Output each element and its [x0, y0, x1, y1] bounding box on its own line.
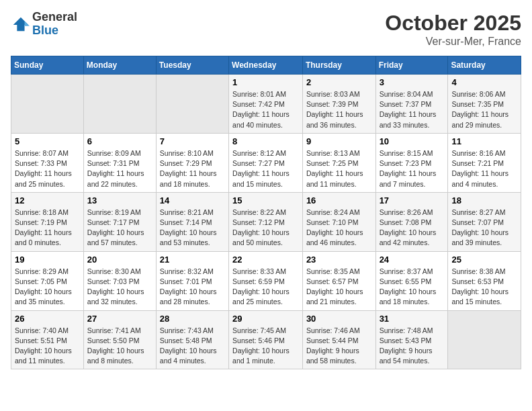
day-number: 27 [87, 314, 152, 324]
day-info: Sunrise: 8:07 AM Sunset: 7:33 PM Dayligh… [15, 148, 80, 189]
day-cell: 15Sunrise: 8:22 AM Sunset: 7:12 PM Dayli… [229, 192, 303, 251]
day-cell: 8Sunrise: 8:12 AM Sunset: 7:27 PM Daylig… [229, 133, 303, 192]
day-number: 4 [451, 77, 517, 87]
day-cell: 9Sunrise: 8:13 AM Sunset: 7:25 PM Daylig… [302, 133, 375, 192]
calendar-body: 1Sunrise: 8:01 AM Sunset: 7:42 PM Daylig… [11, 75, 521, 369]
day-info: Sunrise: 8:21 AM Sunset: 7:14 PM Dayligh… [160, 208, 225, 248]
day-cell: 5Sunrise: 8:07 AM Sunset: 7:33 PM Daylig… [11, 133, 84, 192]
day-number: 15 [232, 195, 299, 205]
day-number: 14 [160, 195, 225, 205]
day-info: Sunrise: 8:04 AM Sunset: 7:37 PM Dayligh… [380, 89, 445, 130]
day-cell: 29Sunrise: 7:45 AM Sunset: 5:46 PM Dayli… [229, 310, 303, 369]
day-number: 26 [15, 314, 80, 324]
month-title: October 2025 [385, 11, 521, 36]
day-info: Sunrise: 8:19 AM Sunset: 7:17 PM Dayligh… [87, 208, 152, 248]
header-cell-thursday: Thursday [302, 56, 375, 75]
day-cell: 13Sunrise: 8:19 AM Sunset: 7:17 PM Dayli… [83, 192, 156, 251]
day-number: 20 [87, 255, 152, 265]
day-cell [156, 75, 228, 134]
day-number: 5 [15, 136, 80, 146]
day-cell: 20Sunrise: 8:30 AM Sunset: 7:03 PM Dayli… [83, 251, 156, 310]
page-header: General Blue October 2025 Ver-sur-Mer, F… [11, 11, 521, 48]
day-info: Sunrise: 8:35 AM Sunset: 6:57 PM Dayligh… [306, 267, 372, 308]
logo-text: General Blue [32, 11, 77, 38]
header-cell-friday: Friday [375, 56, 448, 75]
logo-general: General [32, 11, 77, 24]
day-info: Sunrise: 8:30 AM Sunset: 7:03 PM Dayligh… [87, 267, 152, 308]
day-info: Sunrise: 8:01 AM Sunset: 7:42 PM Dayligh… [232, 89, 299, 130]
day-number: 28 [160, 314, 225, 324]
day-cell: 28Sunrise: 7:43 AM Sunset: 5:48 PM Dayli… [156, 310, 228, 369]
day-info: Sunrise: 8:38 AM Sunset: 6:53 PM Dayligh… [451, 267, 517, 308]
day-number: 3 [380, 77, 445, 87]
day-info: Sunrise: 8:03 AM Sunset: 7:39 PM Dayligh… [306, 89, 372, 130]
day-number: 24 [380, 255, 445, 265]
day-info: Sunrise: 8:37 AM Sunset: 6:55 PM Dayligh… [380, 267, 445, 308]
day-number: 8 [232, 136, 299, 146]
day-cell: 6Sunrise: 8:09 AM Sunset: 7:31 PM Daylig… [83, 133, 156, 192]
day-info: Sunrise: 8:16 AM Sunset: 7:21 PM Dayligh… [451, 148, 517, 189]
day-info: Sunrise: 8:18 AM Sunset: 7:19 PM Dayligh… [15, 208, 80, 248]
day-info: Sunrise: 7:43 AM Sunset: 5:48 PM Dayligh… [160, 326, 225, 367]
day-cell [11, 75, 84, 134]
day-number: 1 [232, 77, 299, 87]
day-number: 18 [451, 195, 517, 205]
header-cell-wednesday: Wednesday [229, 56, 303, 75]
day-cell: 24Sunrise: 8:37 AM Sunset: 6:55 PM Dayli… [375, 251, 448, 310]
title-block: October 2025 Ver-sur-Mer, France [385, 11, 521, 48]
day-info: Sunrise: 7:46 AM Sunset: 5:44 PM Dayligh… [306, 326, 372, 367]
day-info: Sunrise: 8:06 AM Sunset: 7:35 PM Dayligh… [451, 89, 517, 130]
day-cell [83, 75, 156, 134]
day-cell: 4Sunrise: 8:06 AM Sunset: 7:35 PM Daylig… [448, 75, 521, 134]
day-number: 17 [380, 195, 445, 205]
day-info: Sunrise: 8:22 AM Sunset: 7:12 PM Dayligh… [232, 208, 299, 248]
day-cell: 31Sunrise: 7:48 AM Sunset: 5:43 PM Dayli… [375, 310, 448, 369]
day-number: 16 [306, 195, 372, 205]
day-cell: 25Sunrise: 8:38 AM Sunset: 6:53 PM Dayli… [448, 251, 521, 310]
header-cell-sunday: Sunday [11, 56, 84, 75]
day-number: 13 [87, 195, 152, 205]
day-number: 25 [451, 255, 517, 265]
day-info: Sunrise: 8:13 AM Sunset: 7:25 PM Dayligh… [306, 148, 372, 189]
day-info: Sunrise: 8:27 AM Sunset: 7:07 PM Dayligh… [451, 208, 517, 248]
day-cell: 10Sunrise: 8:15 AM Sunset: 7:23 PM Dayli… [375, 133, 448, 192]
location: Ver-sur-Mer, France [385, 36, 521, 48]
day-info: Sunrise: 8:12 AM Sunset: 7:27 PM Dayligh… [232, 148, 299, 189]
day-number: 9 [306, 136, 372, 146]
day-cell: 7Sunrise: 8:10 AM Sunset: 7:29 PM Daylig… [156, 133, 228, 192]
day-number: 23 [306, 255, 372, 265]
header-cell-tuesday: Tuesday [156, 56, 228, 75]
day-info: Sunrise: 8:15 AM Sunset: 7:23 PM Dayligh… [380, 148, 445, 189]
day-cell: 30Sunrise: 7:46 AM Sunset: 5:44 PM Dayli… [302, 310, 375, 369]
day-cell: 17Sunrise: 8:26 AM Sunset: 7:08 PM Dayli… [375, 192, 448, 251]
day-info: Sunrise: 8:24 AM Sunset: 7:10 PM Dayligh… [306, 208, 372, 248]
day-info: Sunrise: 7:41 AM Sunset: 5:50 PM Dayligh… [87, 326, 152, 367]
day-cell: 21Sunrise: 8:32 AM Sunset: 7:01 PM Dayli… [156, 251, 228, 310]
logo-icon [11, 15, 30, 34]
day-info: Sunrise: 8:32 AM Sunset: 7:01 PM Dayligh… [160, 267, 225, 308]
day-number: 22 [232, 255, 299, 265]
day-number: 21 [160, 255, 225, 265]
day-cell: 11Sunrise: 8:16 AM Sunset: 7:21 PM Dayli… [448, 133, 521, 192]
day-cell: 2Sunrise: 8:03 AM Sunset: 7:39 PM Daylig… [302, 75, 375, 134]
day-cell: 23Sunrise: 8:35 AM Sunset: 6:57 PM Dayli… [302, 251, 375, 310]
day-cell: 1Sunrise: 8:01 AM Sunset: 7:42 PM Daylig… [229, 75, 303, 134]
header-row: SundayMondayTuesdayWednesdayThursdayFrid… [11, 56, 521, 75]
week-row-1: 1Sunrise: 8:01 AM Sunset: 7:42 PM Daylig… [11, 75, 521, 134]
day-info: Sunrise: 8:29 AM Sunset: 7:05 PM Dayligh… [15, 267, 80, 308]
header-cell-monday: Monday [83, 56, 156, 75]
day-number: 10 [380, 136, 445, 146]
day-cell [448, 310, 521, 369]
day-number: 31 [380, 314, 445, 324]
day-cell: 22Sunrise: 8:33 AM Sunset: 6:59 PM Dayli… [229, 251, 303, 310]
logo-blue: Blue [32, 24, 77, 38]
day-cell: 19Sunrise: 8:29 AM Sunset: 7:05 PM Dayli… [11, 251, 84, 310]
day-cell: 3Sunrise: 8:04 AM Sunset: 7:37 PM Daylig… [375, 75, 448, 134]
day-info: Sunrise: 8:33 AM Sunset: 6:59 PM Dayligh… [232, 267, 299, 308]
day-info: Sunrise: 8:26 AM Sunset: 7:08 PM Dayligh… [380, 208, 445, 248]
day-cell: 14Sunrise: 8:21 AM Sunset: 7:14 PM Dayli… [156, 192, 228, 251]
day-number: 29 [232, 314, 299, 324]
week-row-5: 26Sunrise: 7:40 AM Sunset: 5:51 PM Dayli… [11, 310, 521, 369]
week-row-2: 5Sunrise: 8:07 AM Sunset: 7:33 PM Daylig… [11, 133, 521, 192]
day-cell: 12Sunrise: 8:18 AM Sunset: 7:19 PM Dayli… [11, 192, 84, 251]
